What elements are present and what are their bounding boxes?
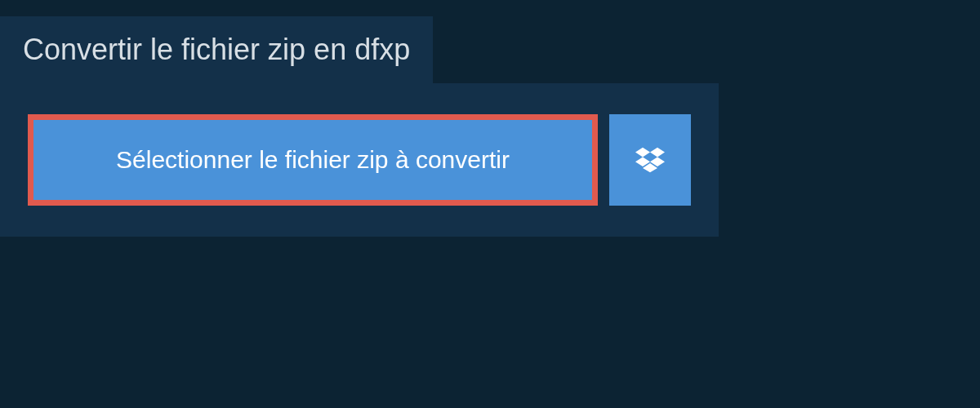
button-row: Sélectionner le fichier zip à convertir	[28, 114, 691, 206]
select-file-button[interactable]: Sélectionner le fichier zip à convertir	[28, 114, 598, 206]
title-bar: Convertir le fichier zip en dfxp	[0, 16, 433, 83]
dropbox-button[interactable]	[609, 114, 691, 206]
select-file-label: Sélectionner le fichier zip à convertir	[116, 146, 510, 174]
upload-panel: Sélectionner le fichier zip à convertir	[0, 83, 719, 237]
page-title: Convertir le fichier zip en dfxp	[23, 33, 410, 66]
dropbox-icon	[635, 147, 665, 173]
